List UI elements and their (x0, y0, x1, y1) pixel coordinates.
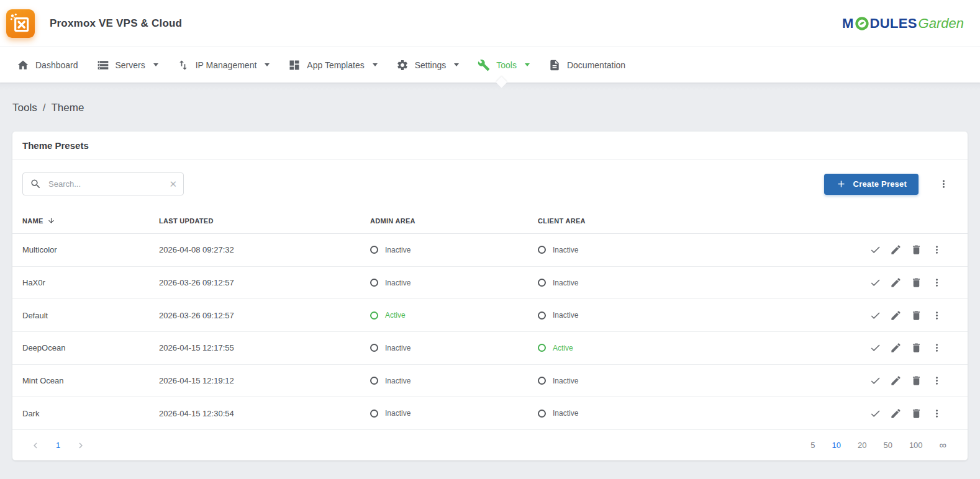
prev-page-button[interactable] (30, 440, 41, 451)
column-label: ADMIN AREA (370, 217, 415, 225)
nav-item-dashboard[interactable]: Dashboard (7, 47, 88, 83)
preset-name: DeepOcean (22, 343, 159, 352)
create-preset-label: Create Preset (853, 179, 907, 189)
pagination: 1 5 10 20 50 100 ∞ (12, 430, 968, 460)
edit-button[interactable] (890, 375, 902, 387)
client-area-status: Inactive (538, 279, 858, 287)
search-input[interactable] (23, 173, 183, 195)
client-area-status: Active (538, 344, 858, 352)
row-actions (858, 408, 958, 419)
edit-button[interactable] (890, 277, 902, 289)
brand-text-m: M (842, 16, 854, 32)
table-header: NAME LAST UPDATED ADMIN AREA CLIENT AREA (12, 208, 968, 234)
delete-button[interactable] (910, 244, 922, 256)
row-actions (858, 375, 958, 387)
table-row: Mint Ocean 2026-04-15 12:19:12 Inactive … (12, 365, 968, 398)
table-toolbar: ✕ Create Preset (12, 159, 968, 208)
row-menu-button[interactable] (931, 342, 943, 354)
page-size-option-active[interactable]: 10 (832, 441, 840, 450)
delete-button[interactable] (910, 310, 922, 321)
row-menu-button[interactable] (931, 375, 943, 387)
nav-item-app-templates[interactable]: App Templates (279, 47, 386, 83)
gear-icon (396, 59, 409, 71)
main-nav: Dashboard Servers IP Management App Temp… (0, 47, 980, 83)
activate-check-button[interactable] (869, 375, 881, 387)
table-menu-button[interactable] (938, 178, 950, 190)
activate-check-button[interactable] (869, 310, 881, 321)
column-header-last-updated[interactable]: LAST UPDATED (159, 217, 370, 225)
status-ring-icon (538, 344, 546, 352)
status-ring-icon (370, 344, 378, 352)
status-ring-icon (538, 311, 546, 320)
page-size-option[interactable]: 20 (858, 441, 866, 450)
admin-area-status: Inactive (370, 279, 538, 287)
page-size-option-unlimited[interactable]: ∞ (940, 440, 946, 451)
delete-button[interactable] (910, 277, 922, 289)
preset-last-updated: 2026-04-15 12:19:12 (159, 376, 370, 385)
page-size-option[interactable]: 100 (909, 441, 923, 450)
plus-icon (836, 179, 846, 189)
next-page-button[interactable] (75, 440, 86, 451)
column-header-admin-area[interactable]: ADMIN AREA (370, 217, 538, 225)
app-header: Proxmox VE VPS & Cloud M DULES Garden (0, 0, 980, 47)
brand-text-garden: Garden (919, 16, 964, 32)
page-size-option[interactable]: 5 (810, 441, 815, 450)
admin-area-status: Inactive (370, 246, 538, 254)
nav-item-label: Tools (496, 60, 517, 70)
admin-area-status: Active (370, 311, 538, 320)
breadcrumb: Tools / Theme (12, 83, 968, 114)
chevron-down-icon (525, 63, 530, 66)
status-ring-icon (370, 410, 378, 418)
page-number[interactable]: 1 (56, 441, 60, 450)
nav-item-servers[interactable]: Servers (88, 47, 168, 83)
status-label: Inactive (385, 409, 411, 418)
admin-area-status: Inactive (370, 344, 538, 352)
status-label: Inactive (553, 246, 578, 254)
row-menu-button[interactable] (931, 310, 943, 321)
servers-icon (97, 59, 109, 71)
nav-item-documentation[interactable]: Documentation (539, 47, 635, 83)
import-export-icon (177, 59, 189, 71)
activate-check-button[interactable] (869, 408, 881, 419)
theme-presets-panel: Theme Presets ✕ Create Preset NAME (12, 132, 968, 460)
row-menu-button[interactable] (931, 244, 943, 256)
page-size-option[interactable]: 50 (883, 441, 892, 450)
nav-item-ip-management[interactable]: IP Management (168, 47, 279, 83)
create-preset-button[interactable]: Create Preset (824, 174, 919, 195)
chevron-down-icon (454, 63, 459, 66)
table-row: Multicolor 2026-04-08 09:27:32 Inactive … (12, 234, 968, 267)
edit-button[interactable] (890, 244, 902, 256)
column-header-name[interactable]: NAME (22, 217, 159, 225)
nav-item-tools[interactable]: Tools (468, 47, 539, 83)
nav-item-label: Dashboard (35, 60, 78, 70)
search-icon (30, 178, 42, 190)
client-area-status: Inactive (538, 377, 858, 385)
status-ring-icon (370, 311, 378, 320)
clear-search-icon[interactable]: ✕ (169, 178, 177, 190)
chevron-left-icon (30, 440, 41, 451)
app-grid-icon (288, 59, 301, 71)
activate-check-button[interactable] (869, 342, 881, 354)
breadcrumb-tools[interactable]: Tools (12, 102, 37, 114)
delete-button[interactable] (910, 375, 922, 387)
delete-button[interactable] (910, 408, 922, 419)
row-menu-button[interactable] (931, 277, 943, 289)
status-label: Active (553, 344, 573, 352)
edit-button[interactable] (890, 408, 902, 419)
edit-button[interactable] (890, 310, 902, 321)
edit-button[interactable] (890, 342, 902, 354)
client-area-status: Inactive (538, 246, 858, 254)
nav-item-settings[interactable]: Settings (387, 47, 469, 83)
status-ring-icon (370, 377, 378, 385)
activate-check-button[interactable] (869, 277, 881, 289)
column-header-client-area[interactable]: CLIENT AREA (538, 217, 858, 225)
status-ring-icon (538, 279, 546, 287)
status-ring-icon (538, 410, 546, 418)
delete-button[interactable] (910, 342, 922, 354)
client-area-status: Inactive (538, 311, 858, 320)
row-menu-button[interactable] (931, 408, 943, 419)
activate-check-button[interactable] (869, 244, 881, 256)
nav-item-label: Settings (415, 60, 447, 70)
column-label: NAME (22, 217, 43, 225)
status-label: Inactive (553, 377, 578, 385)
